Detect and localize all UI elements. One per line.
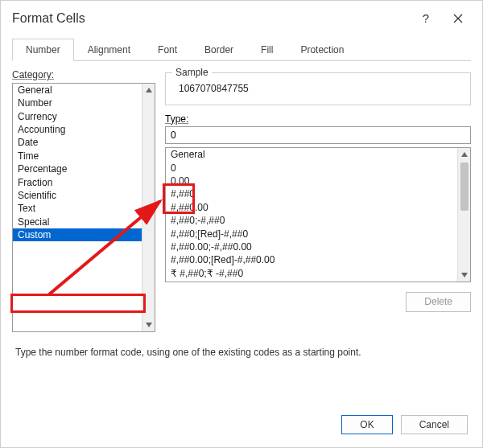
dialog-footer: OK Cancel (1, 401, 482, 447)
svg-marker-5 (461, 273, 468, 277)
tab-fill[interactable]: Fill (247, 39, 287, 61)
chevron-down-icon (461, 273, 468, 277)
format-item[interactable]: 0 (166, 162, 457, 175)
close-icon (453, 14, 463, 23)
cancel-button[interactable]: Cancel (401, 415, 468, 434)
scroll-down-button[interactable] (142, 319, 155, 331)
tab-border[interactable]: Border (191, 39, 247, 61)
category-item[interactable]: Text (13, 202, 142, 215)
tab-bar: NumberAlignmentFontBorderFillProtection (12, 38, 471, 61)
category-item[interactable]: Number (13, 97, 142, 109)
category-item[interactable]: Scientific (13, 189, 142, 202)
hint-text: Type the number format code, using one o… (12, 332, 471, 361)
category-item[interactable]: Custom (13, 228, 142, 241)
svg-marker-3 (146, 323, 152, 327)
format-item[interactable]: General (166, 148, 457, 161)
chevron-up-icon (146, 88, 152, 92)
svg-marker-2 (146, 88, 152, 92)
scroll-up-button[interactable] (142, 84, 155, 97)
category-listbox[interactable]: GeneralNumberCurrencyAccountingDateTimeP… (12, 83, 155, 332)
ok-button[interactable]: OK (341, 415, 392, 434)
format-item[interactable]: 0.00 (166, 175, 457, 187)
category-item[interactable]: Accounting (13, 123, 142, 136)
format-item[interactable]: #,##0;-#,##0 (166, 214, 457, 227)
category-item[interactable]: Percentage (13, 162, 142, 175)
sample-group: Sample 1067070847755 (165, 72, 471, 105)
help-button[interactable]: ? (410, 7, 442, 30)
tab-alignment[interactable]: Alignment (74, 39, 144, 61)
scrollbar-thumb[interactable] (460, 162, 469, 211)
tab-font[interactable]: Font (144, 39, 191, 61)
type-label: Type: (165, 113, 471, 125)
format-item[interactable]: #,##0 (166, 187, 457, 200)
tab-number[interactable]: Number (12, 39, 74, 61)
format-item[interactable]: #,##0.00;[Red]-#,##0.00 (166, 253, 457, 266)
dialog-body: Category: GeneralNumberCurrencyAccountin… (1, 61, 482, 400)
sample-value: 1067070847755 (174, 80, 462, 96)
format-item[interactable]: #,##0.00 (166, 201, 457, 214)
tab-protection[interactable]: Protection (287, 39, 357, 61)
category-item[interactable]: Special (13, 216, 142, 228)
category-item[interactable]: Currency (13, 110, 142, 123)
category-scrollbar[interactable] (142, 84, 155, 331)
help-icon: ? (423, 11, 429, 26)
close-button[interactable] (442, 7, 474, 30)
delete-button[interactable]: Delete (406, 292, 471, 311)
category-item[interactable]: Time (13, 150, 142, 162)
sample-label: Sample (172, 67, 212, 78)
title-bar: Format Cells ? (1, 1, 482, 33)
chevron-down-icon (146, 323, 152, 327)
scroll-up-button[interactable] (458, 148, 470, 161)
category-item[interactable]: Date (13, 136, 142, 149)
format-item[interactable]: ₹ #,##0;₹ -#,##0 (166, 267, 457, 280)
category-item[interactable]: General (13, 84, 142, 97)
format-item[interactable]: ₹ #,##0;[Red]₹ -#,##0 (166, 280, 457, 282)
type-input[interactable] (165, 126, 471, 144)
category-label: Category: (12, 69, 155, 82)
dialog-title: Format Cells (12, 10, 410, 26)
format-cells-dialog: Format Cells ? NumberAlignmentFontBorder… (0, 0, 483, 448)
scroll-down-button[interactable] (458, 269, 470, 282)
format-scrollbar[interactable] (457, 148, 470, 282)
format-item[interactable]: #,##0.00;-#,##0.00 (166, 240, 457, 253)
svg-marker-4 (461, 152, 468, 157)
format-item[interactable]: #,##0;[Red]-#,##0 (166, 228, 457, 240)
chevron-up-icon (461, 152, 468, 157)
category-item[interactable]: Fraction (13, 176, 142, 189)
format-list[interactable]: General00.00#,##0#,##0.00#,##0;-#,##0#,#… (165, 147, 471, 282)
